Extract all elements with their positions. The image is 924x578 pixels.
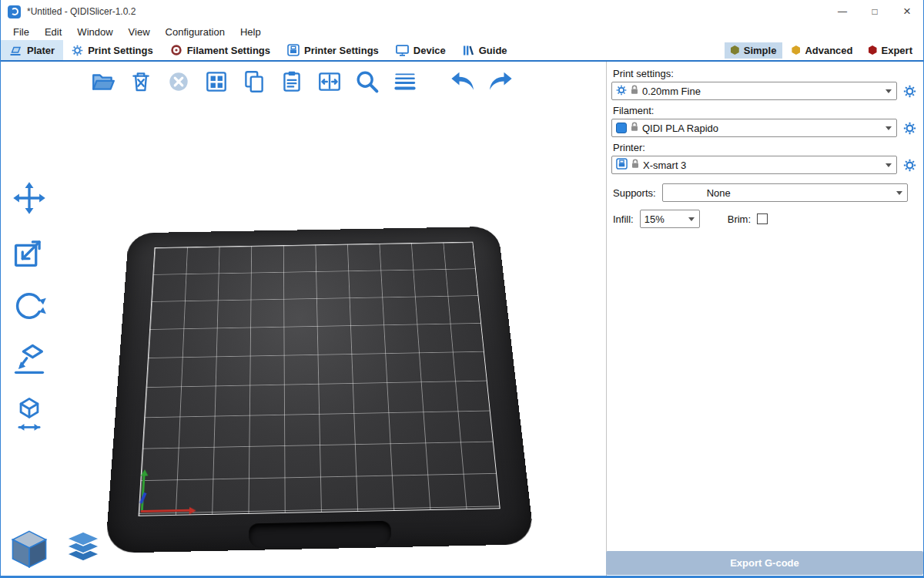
supports-combo[interactable]: None	[662, 183, 908, 202]
guide-icon	[463, 45, 474, 56]
filament-combo[interactable]: QIDI PLA Rapido	[611, 119, 897, 137]
lock-icon	[631, 122, 638, 134]
object-toolbar	[87, 66, 517, 98]
tab-label: Print Settings	[88, 45, 153, 56]
menu-edit[interactable]: Edit	[37, 26, 69, 38]
menu-view[interactable]: View	[121, 26, 158, 38]
x-axis-indicator	[141, 509, 189, 512]
delete-all-button[interactable]	[162, 66, 195, 98]
variable-layer-height-button[interactable]	[389, 66, 421, 98]
3d-viewport[interactable]	[1, 62, 606, 576]
printer-combo[interactable]: X-smart 3	[611, 156, 897, 174]
menu-window[interactable]: Window	[69, 26, 120, 38]
rotate-button[interactable]	[7, 285, 52, 327]
tab-print-settings[interactable]: Print Settings	[63, 40, 162, 60]
chevron-down-icon	[886, 126, 892, 130]
measure-button[interactable]	[7, 393, 52, 435]
printer-gear-button[interactable]	[902, 159, 917, 172]
search-button[interactable]	[351, 66, 383, 98]
maximize-button[interactable]: □	[859, 0, 891, 23]
copy-button[interactable]	[238, 66, 270, 98]
chevron-down-icon	[886, 89, 892, 93]
variable-layer-height-icon	[392, 69, 418, 95]
menu-configuration[interactable]: Configuration	[158, 26, 233, 38]
supports-value: None	[667, 187, 892, 199]
place-on-face-icon	[11, 341, 48, 378]
titlebar: *Untitled - QIDISlicer-1.0.2 — □ ×	[1, 0, 923, 23]
bed-frame	[105, 227, 535, 553]
open-icon	[90, 69, 116, 95]
menu-file[interactable]: File	[5, 26, 37, 38]
print-settings-combo[interactable]: 0.20mm Fine	[611, 82, 897, 100]
printer-label: Printer:	[613, 142, 917, 153]
printer-settings-icon	[287, 44, 300, 56]
place-on-face-button[interactable]	[7, 339, 52, 381]
simple-mode-icon	[731, 45, 739, 55]
tab-device[interactable]: Device	[387, 40, 454, 60]
paste-button[interactable]	[276, 66, 308, 98]
expert-mode-icon	[869, 45, 877, 55]
chevron-down-icon	[896, 191, 902, 195]
window-title: *Untitled - QIDISlicer-1.0.2	[27, 6, 136, 17]
tab-label: Printer Settings	[304, 45, 379, 56]
bed-handle-cutout	[249, 521, 392, 548]
undo-button[interactable]	[447, 66, 479, 98]
gizmo-toolbar	[7, 177, 52, 435]
paste-icon	[279, 69, 305, 95]
tabbar: Plater Print Settings Filament Settings …	[1, 40, 923, 62]
move-button[interactable]	[7, 177, 52, 219]
printer-bed	[105, 176, 535, 549]
infill-label: Infill:	[613, 213, 634, 225]
mode-simple[interactable]: Simple	[725, 42, 783, 59]
settings-sidebar: Print settings: 0.20mm Fine Filament:	[606, 62, 923, 576]
plater-icon	[9, 45, 22, 56]
infill-combo[interactable]: 15%	[640, 210, 700, 228]
open-button[interactable]	[87, 66, 119, 98]
export-gcode-button[interactable]: Export G-code	[606, 551, 923, 575]
preview-layers-icon	[63, 529, 103, 569]
chevron-down-icon	[886, 163, 892, 167]
split-button[interactable]	[313, 66, 346, 98]
copy-icon	[241, 69, 267, 95]
filament-color-swatch	[616, 123, 627, 133]
filament-settings-icon	[170, 44, 182, 56]
tab-guide[interactable]: Guide	[454, 40, 516, 60]
app-logo-icon	[8, 5, 21, 18]
printer-value: X-smart 3	[643, 160, 882, 171]
tab-plater[interactable]: Plater	[1, 40, 63, 60]
mode-expert[interactable]: Expert	[862, 42, 919, 59]
advanced-mode-icon	[792, 45, 800, 55]
tab-label: Device	[413, 45, 446, 56]
filament-gear-button[interactable]	[902, 122, 917, 135]
minimize-button[interactable]: —	[826, 0, 859, 23]
close-button[interactable]: ×	[891, 0, 923, 23]
delete-button[interactable]	[125, 66, 157, 98]
device-icon	[396, 45, 409, 56]
split-icon	[316, 69, 343, 95]
scale-button[interactable]	[7, 231, 52, 273]
delete-icon	[128, 69, 154, 95]
print-settings-gear-button[interactable]	[902, 85, 917, 98]
move-icon	[11, 180, 48, 217]
filament-label: Filament:	[613, 105, 917, 116]
menu-help[interactable]: Help	[233, 26, 269, 38]
delete-all-icon	[166, 69, 192, 95]
brim-label: Brim:	[728, 213, 751, 225]
print-settings-label: Print settings:	[613, 68, 917, 79]
print-settings-icon	[72, 45, 83, 56]
tab-filament-settings[interactable]: Filament Settings	[162, 40, 279, 60]
history-group	[447, 66, 517, 98]
tab-printer-settings[interactable]: Printer Settings	[279, 40, 387, 60]
printer-icon	[616, 158, 628, 172]
mode-label: Expert	[882, 45, 912, 56]
redo-button[interactable]	[484, 66, 517, 98]
brim-checkbox[interactable]	[757, 213, 768, 224]
menubar: File Edit Window View Configuration Help	[1, 23, 923, 40]
arrange-icon	[203, 69, 229, 95]
measure-icon	[11, 395, 48, 432]
editor-3d-button[interactable]	[7, 526, 52, 571]
preview-layers-button[interactable]	[61, 526, 105, 571]
mode-advanced[interactable]: Advanced	[785, 42, 859, 59]
arrange-button[interactable]	[200, 66, 233, 98]
infill-value: 15%	[644, 213, 685, 225]
